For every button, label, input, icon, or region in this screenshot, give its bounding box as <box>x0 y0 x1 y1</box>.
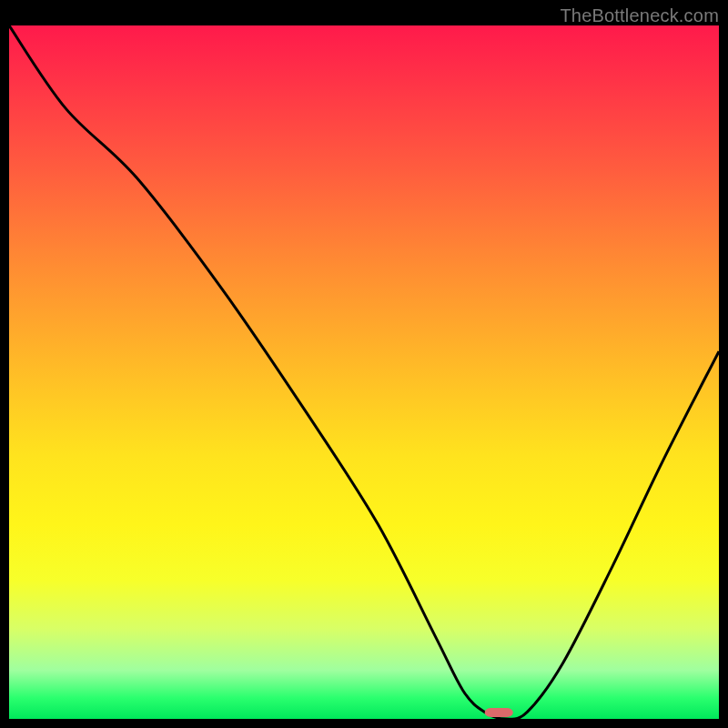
chart-frame: TheBottleneck.com <box>9 9 719 719</box>
valley-marker <box>485 708 513 717</box>
curve-path <box>9 25 719 719</box>
watermark-label: TheBottleneck.com <box>560 5 719 26</box>
plot-area <box>9 25 719 719</box>
bottleneck-curve <box>9 25 719 719</box>
